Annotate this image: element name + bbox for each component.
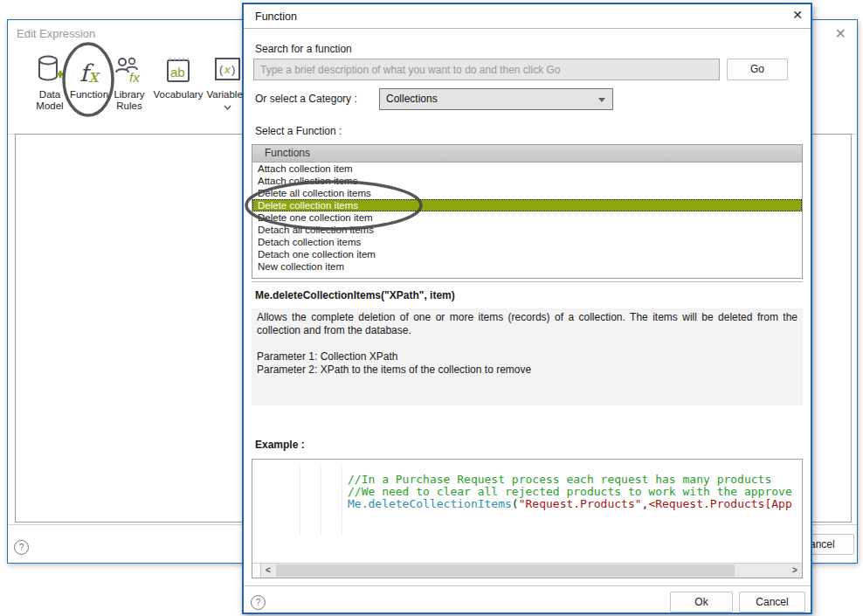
function-list-rows: Attach collection itemAttach collection … xyxy=(252,163,802,273)
cancel-button[interactable]: Cancel xyxy=(739,592,805,613)
function-list-item[interactable]: Detach collection items xyxy=(252,236,802,248)
example-label: Example : xyxy=(255,439,305,451)
parameter-2: Parameter 2: XPath to the items of the c… xyxy=(257,363,797,377)
vocabulary-button[interactable]: ab Vocabulary xyxy=(153,52,204,100)
search-label: Search for a function xyxy=(255,43,352,55)
function-button[interactable]: fx Function xyxy=(66,52,113,100)
function-dialog: Function ✕ Search for a function Go Or s… xyxy=(242,3,812,614)
scroll-left-icon[interactable]: < xyxy=(261,564,275,578)
help-icon[interactable]: ? xyxy=(14,540,29,555)
chevron-down-icon xyxy=(224,105,231,110)
vocabulary-label: Vocabulary xyxy=(153,89,204,100)
example-code-lines: //In a Purchase Request process each req… xyxy=(348,474,792,510)
function-description: Allows the complete deletion of one or m… xyxy=(257,311,797,337)
function-list-item[interactable]: Delete one collection item xyxy=(252,211,802,224)
function-list-item[interactable]: New collection item xyxy=(252,260,802,273)
library-rules-icon: fx xyxy=(107,52,151,87)
example-code-box[interactable]: //In a Purchase Request process each req… xyxy=(252,459,803,578)
code-line: //In a Purchase Request process each req… xyxy=(348,474,792,486)
category-dropdown[interactable]: Collections xyxy=(379,88,613,110)
function-list-item[interactable]: Detach one collection item xyxy=(252,248,802,260)
scrollbar-thumb[interactable] xyxy=(276,564,735,577)
function-list-item[interactable]: Detach all collection items xyxy=(252,224,802,236)
help-icon[interactable]: ? xyxy=(251,595,266,610)
svg-text:fx: fx xyxy=(129,70,140,85)
function-label: Function xyxy=(66,89,113,100)
svg-text:): ) xyxy=(231,63,235,76)
svg-text:x: x xyxy=(224,63,231,76)
select-function-label: Select a Function : xyxy=(255,125,342,137)
function-list-item[interactable]: Attach collection item xyxy=(252,163,802,175)
footer-divider xyxy=(244,585,811,586)
svg-text:ab: ab xyxy=(170,65,185,80)
close-icon[interactable]: ✕ xyxy=(835,25,846,42)
indent-guide xyxy=(321,467,321,535)
function-fx-icon: fx xyxy=(66,52,113,87)
titlebar-divider xyxy=(244,28,811,29)
category-selected-value: Collections xyxy=(386,93,438,105)
function-list: Functions Attach collection itemAttach c… xyxy=(252,144,803,279)
function-description-panel: Allows the complete deletion of one or m… xyxy=(252,308,803,405)
vocabulary-icon: ab xyxy=(153,52,204,87)
close-icon[interactable]: ✕ xyxy=(792,8,803,22)
detail-divider xyxy=(252,281,803,282)
go-button[interactable]: Go xyxy=(727,59,788,80)
horizontal-scrollbar[interactable]: < > xyxy=(252,563,802,578)
scrollbar-gripper[interactable] xyxy=(252,564,261,578)
code-line: //We need to clear all rejected products… xyxy=(348,486,792,498)
indent-guide xyxy=(300,467,300,535)
svg-text:(: ( xyxy=(219,63,224,76)
function-dialog-title: Function xyxy=(255,10,297,23)
indent-guide xyxy=(342,467,342,535)
edit-expression-title: Edit Expression xyxy=(17,27,95,40)
parameter-1: Parameter 1: Collection XPath xyxy=(257,350,797,363)
function-list-header: Functions xyxy=(252,145,802,163)
function-list-item[interactable]: Delete collection items xyxy=(252,199,802,211)
chevron-down-icon xyxy=(598,98,605,102)
function-signature: Me.deleteCollectionItems("XPath", item) xyxy=(255,289,455,301)
function-list-item[interactable]: Attach collection items xyxy=(252,175,802,187)
scroll-right-icon[interactable]: > xyxy=(788,564,802,578)
library-rules-button[interactable]: fx Library Rules xyxy=(107,52,151,112)
code-line: Me.deleteCollectionItems("Request.Produc… xyxy=(348,498,792,510)
search-input[interactable] xyxy=(253,59,720,80)
function-list-item[interactable]: Delete all collection items xyxy=(252,187,802,199)
ok-button[interactable]: Ok xyxy=(670,592,733,613)
library-rules-label: Library Rules xyxy=(107,89,151,112)
category-label: Or select a Category : xyxy=(255,93,357,105)
